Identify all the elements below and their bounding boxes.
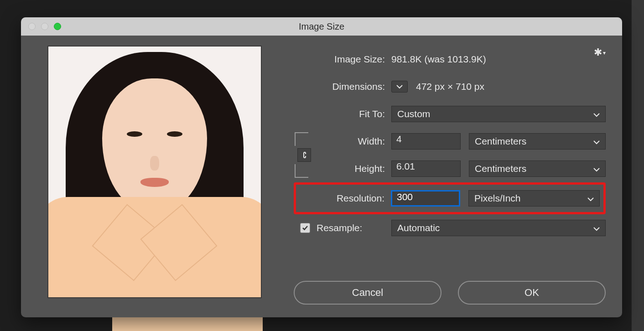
gear-icon[interactable]: ✱ — [594, 47, 606, 58]
link-icon — [297, 148, 311, 162]
window-minimize-button[interactable] — [41, 23, 48, 30]
height-label: Height: — [315, 163, 391, 174]
dimensions-value: 472 px × 710 px — [416, 81, 484, 92]
resample-select[interactable]: Automatic — [391, 220, 606, 236]
image-size-value: 981.8K (was 1013.9K) — [391, 54, 486, 65]
image-size-dialog: Image Size ✱ Image Size: 981.8K (was 101… — [21, 17, 622, 317]
dialog-title: Image Size — [299, 21, 344, 32]
resample-checkbox[interactable] — [300, 223, 310, 233]
cancel-button[interactable]: Cancel — [294, 281, 441, 305]
chevron-down-icon — [593, 222, 600, 233]
resolution-input[interactable]: 300 — [391, 190, 460, 207]
constrain-proportions[interactable] — [294, 128, 315, 182]
chevron-down-icon — [587, 193, 594, 204]
chevron-down-icon — [593, 163, 600, 174]
fit-to-label: Fit To: — [294, 109, 391, 119]
width-unit-select[interactable]: Centimeters — [469, 133, 606, 150]
window-controls — [28, 23, 61, 30]
ok-button[interactable]: OK — [458, 281, 606, 305]
canvas-image-strip — [112, 316, 263, 331]
fit-to-value: Custom — [397, 109, 430, 119]
chevron-down-icon — [593, 136, 600, 147]
height-unit-select[interactable]: Centimeters — [469, 160, 606, 177]
image-size-label: Image Size: — [294, 54, 391, 65]
dialog-titlebar: Image Size — [21, 17, 622, 36]
resolution-label: Resolution: — [300, 193, 391, 204]
width-input[interactable]: 4 — [391, 133, 461, 150]
image-preview — [47, 46, 262, 298]
resolution-highlight: Resolution: 300 Pixels/Inch — [294, 182, 606, 214]
window-zoom-button[interactable] — [54, 23, 61, 30]
resolution-unit-select[interactable]: Pixels/Inch — [468, 190, 600, 207]
height-input[interactable]: 6.01 — [391, 160, 461, 177]
width-label: Width: — [315, 136, 391, 147]
dimensions-label: Dimensions: — [294, 81, 391, 92]
window-close-button[interactable] — [28, 23, 36, 30]
fit-to-select[interactable]: Custom — [391, 106, 606, 122]
dimensions-unit-toggle[interactable] — [391, 81, 408, 93]
app-right-panel-edge — [631, 0, 644, 331]
chevron-down-icon — [593, 109, 600, 119]
resample-label: Resample: — [315, 222, 391, 233]
